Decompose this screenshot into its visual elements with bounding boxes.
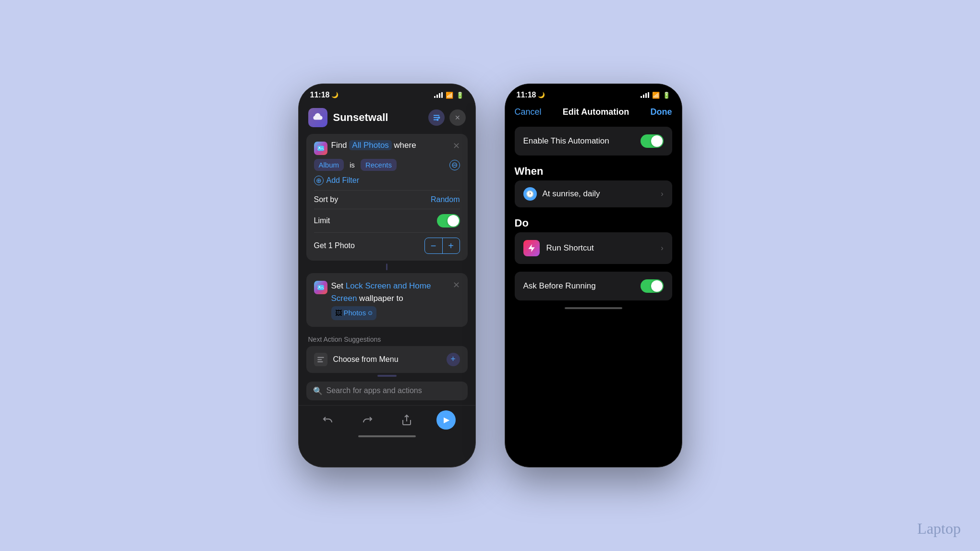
scroll-indicator [299,375,475,377]
nav-title: Edit Automation [563,107,629,117]
suggestion-add-btn[interactable]: + [447,353,460,366]
suggestions-section: Next Action Suggestions Choose from Menu… [306,331,468,373]
right-scroll: Enable This Automation When 🕐 At sunrise… [505,123,682,304]
suggestions-label: Next Action Suggestions [306,335,468,343]
ask-before-running-row: Ask Before Running [515,272,672,300]
done-button[interactable]: Done [650,107,672,117]
ask-before-toggle[interactable] [641,279,664,293]
svg-point-4 [436,119,439,121]
undo-button[interactable] [318,410,338,430]
filter-button[interactable] [428,109,445,126]
when-item-row[interactable]: 🕐 At sunrise, daily › [515,180,672,207]
wallpaper-action-icon [314,281,327,294]
when-section: When 🕐 At sunrise, daily › [515,163,672,207]
ask-before-toggle-knob [651,280,663,292]
battery-icon-left: 🔋 [456,92,464,99]
get-label: Get 1 Photo [314,241,355,250]
find-card-text: Find All Photos where [331,141,453,150]
play-icon: ▶ [444,415,449,424]
album-filter-tag[interactable]: Album [314,159,344,171]
right-phone-content: Cancel Edit Automation Done Enable This … [505,103,682,309]
when-label: When [515,165,672,178]
ask-before-label: Ask Before Running [523,281,596,291]
status-bar-left: 11:18 🌙 📶 🔋 [299,84,475,103]
all-photos-chip[interactable]: All Photos [349,140,392,150]
do-label: Do [515,217,672,229]
cancel-button[interactable]: Cancel [515,107,542,117]
run-shortcut-label: Run Shortcut [546,243,594,253]
search-icon: 🔍 [313,386,323,395]
add-filter-label[interactable]: Add Filter [327,176,359,185]
svg-point-3 [438,117,440,119]
moon-icon-right: 🌙 [538,92,545,98]
stepper-minus[interactable]: − [425,238,442,253]
home-indicator-left [358,435,416,437]
right-phone: 11:18 🌙 📶 🔋 Cancel Edit Automation Done [505,84,682,467]
close-button-header[interactable]: ✕ [449,109,466,126]
stepper-plus[interactable]: + [442,238,460,253]
enable-automation-row: Enable This Automation [515,127,672,156]
do-chevron-icon: › [661,244,663,252]
sort-value[interactable]: Random [431,195,460,204]
moon-icon-left: 🌙 [331,92,339,98]
status-time-left: 11:18 🌙 [310,91,339,99]
watermark: Laptop [917,520,961,538]
suggestion-item[interactable]: Choose from Menu + [306,346,468,373]
do-card-run-shortcut[interactable]: Run Shortcut › [515,232,672,264]
add-filter-row: ⊕ Add Filter [314,176,460,185]
find-card-close[interactable]: ✕ [453,141,460,151]
search-bar[interactable]: 🔍 Search for apps and actions [306,382,468,400]
photos-chip-arrow: ⊙ [368,309,373,317]
sort-label: Sort by [314,195,339,204]
status-right-right: 📶 🔋 [641,92,670,99]
app-title: Sunsetwall [333,111,388,124]
filter-add-icon[interactable]: ⊖ [449,160,460,170]
svg-rect-7 [317,285,324,290]
sunrise-icon: 🕐 [523,187,537,201]
limit-label: Limit [314,216,330,225]
svg-rect-11 [317,361,323,362]
svg-rect-9 [317,357,324,358]
stepper: − + [424,238,460,254]
enable-toggle-knob [651,135,663,147]
when-item-text: At sunrise, daily [543,189,600,199]
search-bar-container: 🔍 Search for apps and actions [299,378,475,405]
wifi-icon-right: 📶 [652,92,660,99]
svg-rect-10 [317,359,322,360]
limit-toggle[interactable] [437,214,460,228]
find-card: Find All Photos where ✕ Album is Recents [306,134,468,261]
add-filter-icon[interactable]: ⊕ [314,176,324,185]
play-button[interactable]: ▶ [436,410,456,430]
left-phone-content: Sunsetwall ✕ [299,103,475,437]
when-row-left: 🕐 At sunrise, daily [523,187,600,201]
enable-automation-label: Enable This Automation [523,136,609,146]
signal-icon-right [641,92,649,98]
redo-button[interactable] [358,410,377,430]
when-chevron-icon: › [661,190,663,198]
bottom-toolbar: ▶ [299,405,475,432]
status-time-right: 11:18 🌙 [517,91,545,99]
home-indicator-right [565,307,622,309]
set-card-text: Set Lock Screen and Home Screen wallpape… [331,280,453,320]
nav-bar: Cancel Edit Automation Done [505,103,682,123]
photos-action-icon [314,142,327,155]
sort-row: Sort by Random [314,195,460,204]
photos-chip[interactable]: 🖼 Photos ⊙ [331,306,377,320]
status-bar-right: 11:18 🌙 📶 🔋 [505,84,682,103]
search-placeholder: Search for apps and actions [327,386,422,395]
limit-row: Limit [314,214,460,228]
do-card-left: Run Shortcut [523,240,594,256]
suggestion-text: Choose from Menu [333,355,441,364]
time-right: 11:18 [517,91,536,99]
get-row: Get 1 Photo − + [314,238,460,254]
wifi-icon-left: 📶 [446,92,453,99]
limit-toggle-knob [448,215,459,227]
divider-2 [314,209,460,209]
divider-1 [314,190,460,191]
recents-filter-tag[interactable]: Recents [361,159,397,171]
share-button[interactable] [397,410,416,430]
set-card-close[interactable]: ✕ [453,280,460,290]
enable-toggle[interactable] [641,134,664,148]
signal-icon-left [434,92,443,98]
left-phone: 11:18 🌙 📶 🔋 [298,84,476,467]
